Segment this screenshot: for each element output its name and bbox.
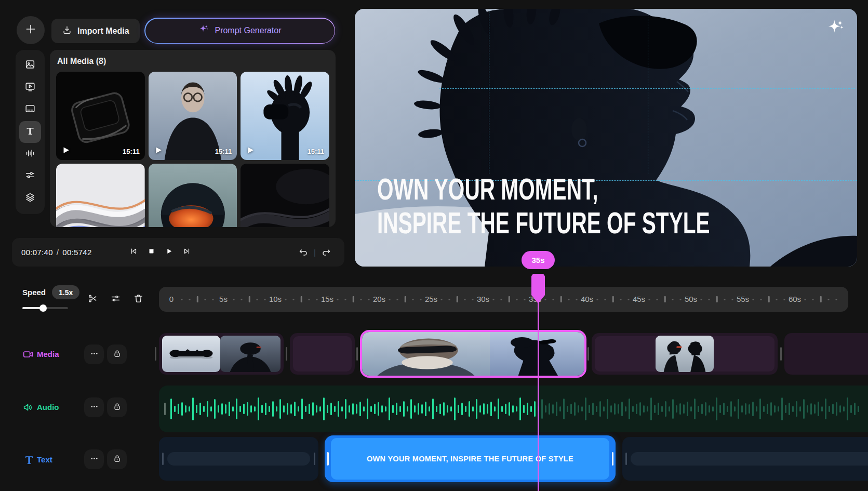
scissors-icon [87,293,98,306]
text-trim-handle[interactable] [612,452,614,466]
audio-waveform [170,386,863,432]
text-track-lock-button[interactable] [107,449,127,469]
text-trim-handle[interactable] [314,453,315,465]
video-player-icon [24,81,36,95]
clip-trim-handle[interactable] [356,347,358,361]
play-icon[interactable] [154,145,163,155]
skip-start-button[interactable] [128,247,139,258]
media-item-portrait-glasses[interactable]: 15:11 [149,72,237,160]
media-item-chrome-swirl[interactable] [56,164,145,227]
helmet-visor-art [149,164,237,227]
media-clip-2[interactable] [290,333,355,375]
timeline-ruler[interactable]: 05s10s15s20s25s30s35s40s45s50s55s60s [159,287,848,312]
media-panel-title: All Media (8) [57,57,106,66]
text-clip-content: OWN YOUR MOMENT, INSPIRE THE FUTURE OF S… [367,455,573,463]
waveform-icon [24,148,36,161]
text-trim-handle[interactable] [625,453,627,465]
speed-slider-knob[interactable] [39,304,47,312]
playback-bar: 00:07:40 / 00:5742 | [12,238,344,267]
lock-icon [112,349,122,361]
headline-overlay[interactable]: OWN YOUR MOMENT, INSPIRE THE FUTURE OF S… [377,172,852,240]
media-item-helmet-visor[interactable] [149,164,237,227]
image-icon [24,59,36,72]
clip-trim-handle[interactable] [286,347,287,361]
text-clip-1[interactable] [159,437,318,481]
speed-value-badge: 1.5x [52,285,79,299]
time-separator: / [57,248,59,257]
headline-line-1: OWN YOUR MOMENT, [377,172,598,206]
delete-button[interactable] [129,290,148,309]
magic-sparkles-icon[interactable] [825,18,846,39]
speed-slider[interactable] [22,304,68,312]
lock-icon [112,454,122,466]
text-clip-active[interactable]: OWN YOUR MOMENT, INSPIRE THE FUTURE OF S… [325,435,616,482]
rail-item-audio[interactable] [19,143,41,165]
ruler-label: 60s [789,295,801,303]
ruler-label: 10s [269,295,282,303]
undo-button[interactable] [298,247,309,258]
plus-icon [24,23,37,37]
prompt-generator-button[interactable]: Prompt Generator [144,18,335,44]
media-clip-5[interactable] [784,333,868,375]
ellipsis-icon [89,454,99,466]
rail-item-media-library[interactable] [19,55,41,76]
alignment-guide-vertical-1 [489,9,489,174]
layers-icon [24,192,36,205]
video-editor-app: Import Media Prompt Generator All Media … [0,0,868,491]
looking-up-thumb [490,332,584,376]
media-clip-3-selected[interactable] [360,330,586,378]
transport-controls [128,238,192,267]
clip-trim-handle[interactable] [155,347,156,361]
captions-icon [24,103,36,116]
rail-item-video[interactable] [19,77,41,99]
rail-item-captions[interactable] [19,99,41,121]
stop-button[interactable] [146,247,156,258]
media-item-dark-abstract[interactable] [241,164,329,227]
audio-trim-handle[interactable] [164,403,166,415]
play-icon[interactable] [246,145,255,155]
rail-item-adjust[interactable] [19,165,41,187]
lock-icon [112,402,122,414]
play-button[interactable] [164,247,174,258]
ruler-label: 15s [321,295,333,303]
add-button[interactable] [17,16,45,44]
ruler-label: 55s [737,295,749,303]
adjust-button[interactable] [106,290,125,309]
text-track-options-button[interactable] [84,449,104,469]
tool-rail [16,50,45,214]
media-clip-4[interactable] [592,333,778,375]
text-t-icon [23,454,35,466]
audio-track-options-button[interactable] [84,397,104,417]
video-preview[interactable]: OWN YOUR MOMENT, INSPIRE THE FUTURE OF S… [355,9,857,267]
play-icon[interactable] [61,145,71,155]
media-track-options-button[interactable] [84,344,104,364]
speed-label: Speed [22,288,46,297]
old-man-thumb [362,332,490,376]
text-trim-handle[interactable] [162,453,164,465]
media-clip-1[interactable] [159,333,284,375]
media-panel: All Media (8) 15:1115:1115:11 [50,50,336,227]
text-trim-handle[interactable] [327,452,329,466]
redo-button[interactable] [321,247,332,258]
alignment-guide-horizontal-1 [439,88,855,89]
cut-button[interactable] [83,290,102,309]
rail-item-layers[interactable] [19,188,41,209]
clip-trim-handle[interactable] [587,347,589,361]
playhead-time-badge[interactable]: 35s [522,251,555,269]
ruler-label: 5s [219,295,228,303]
rail-item-text-tool[interactable] [19,121,41,143]
audio-track-lock-button[interactable] [107,397,127,417]
audio-clip[interactable] [159,386,868,432]
media-track-lock-button[interactable] [107,344,127,364]
sparkle-icon [198,24,209,37]
chrome-swirl-art [56,164,145,227]
import-media-button[interactable]: Import Media [51,19,140,43]
skip-end-button[interactable] [181,247,192,258]
clip-trim-handle[interactable] [780,347,782,361]
current-time: 00:07:40 [21,248,53,257]
media-item-vr-headset[interactable]: 15:11 [241,72,329,160]
ellipsis-icon [89,349,99,361]
ruler-label: 30s [477,295,489,303]
media-item-esc-key[interactable]: 15:11 [56,72,145,160]
text-clip-2[interactable] [622,437,868,481]
